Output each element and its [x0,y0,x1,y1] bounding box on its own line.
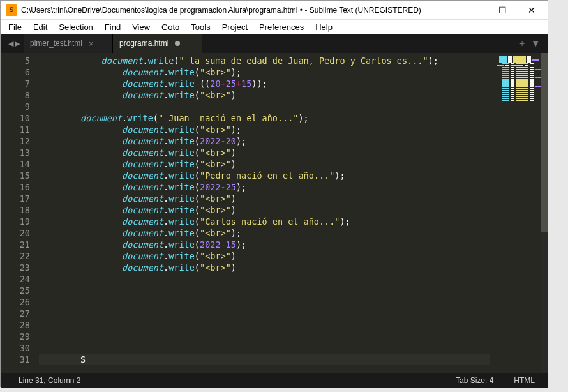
code-line[interactable] [39,331,490,342]
minimap[interactable] [490,53,548,373]
tab-dropdown-icon[interactable]: ▼ [531,38,540,49]
line-number[interactable]: 12 [1,135,30,147]
code-line[interactable]: document.write("<br>") [39,158,490,170]
code-line[interactable]: document.write("Pedro nació en el año...… [39,170,490,181]
line-number[interactable]: 21 [1,239,30,250]
code-line[interactable] [39,319,490,331]
tab-programa[interactable]: programa.html [113,34,202,53]
tab-next-icon[interactable]: ▶ [15,40,20,48]
window-title: C:\Users\trini\OneDrive\Documentos\logic… [21,6,458,15]
line-number[interactable]: 14 [1,158,30,170]
status-syntax[interactable]: HTML [506,376,542,385]
tabbar: ◀ ▶ pimer_test.html × programa.html + ▼ [1,34,548,53]
titlebar[interactable]: S C:\Users\trini\OneDrive\Documentos\log… [1,1,548,20]
code-area[interactable]: document.write(" la suma de edad de Juan… [39,53,490,373]
code-line[interactable] [39,101,490,112]
tab-nav: ◀ ▶ [4,34,24,53]
menu-preferences[interactable]: Preferences [254,21,309,33]
code-line[interactable] [39,273,490,285]
line-number[interactable]: 17 [1,193,30,204]
code-line[interactable]: document.write("<br>") [39,262,490,273]
code-line[interactable]: document.write("<br>") [39,193,490,204]
status-tabsize[interactable]: Tab Size: 4 [448,376,501,385]
line-number[interactable]: 7 [1,78,30,89]
line-number[interactable]: 13 [1,147,30,158]
line-number[interactable]: 24 [1,273,30,285]
tab-label: pimer_test.html [30,39,82,48]
code-line[interactable] [39,296,490,308]
tab-label: programa.html [119,39,168,48]
minimize-button[interactable]: — [458,1,488,20]
tab-prev-icon[interactable]: ◀ [8,40,13,48]
line-number[interactable]: 26 [1,296,30,308]
statusbar: Line 31, Column 2 Tab Size: 4 HTML [1,373,548,388]
code-line[interactable]: document.write("<br>") [39,147,490,158]
close-button[interactable]: ✕ [517,1,546,20]
code-line[interactable]: document.write("Carlos nació en el año..… [39,216,490,227]
sublime-window: S C:\Users\trini\OneDrive\Documentos\log… [0,0,548,387]
menu-file[interactable]: File [3,21,27,33]
dirty-indicator-icon[interactable] [175,41,180,46]
line-number[interactable]: 30 [1,342,30,354]
line-number[interactable]: 16 [1,181,30,193]
line-number[interactable]: 20 [1,227,30,239]
code-line[interactable]: document.write("<br>"); [39,66,490,78]
line-number[interactable]: 28 [1,319,30,331]
code-line[interactable]: document.write(2022-20); [39,135,490,147]
gutter[interactable]: 5678910111213141516171819202122232425262… [1,53,39,373]
app-icon: S [6,4,17,16]
add-tab-icon[interactable]: + [519,38,525,49]
menu-selection[interactable]: Selection [54,21,98,33]
menu-goto[interactable]: Goto [156,21,184,33]
code-line[interactable]: document.write("<br>"); [39,227,490,239]
line-number[interactable]: 6 [1,66,30,78]
editor[interactable]: 5678910111213141516171819202122232425262… [1,53,548,373]
code-line[interactable]: document.write ((20+25+15)); [39,78,490,89]
menu-edit[interactable]: Edit [28,21,52,33]
line-number[interactable]: 8 [1,89,30,101]
line-number[interactable]: 10 [1,112,30,124]
menu-tools[interactable]: Tools [186,21,215,33]
menu-project[interactable]: Project [217,21,253,33]
window-controls: — ☐ ✕ [458,1,546,20]
code-line[interactable] [39,342,490,354]
line-number[interactable]: 23 [1,262,30,273]
line-number[interactable]: 31 [1,354,30,365]
code-line[interactable] [39,285,490,296]
line-number[interactable]: 29 [1,331,30,342]
maximize-button[interactable]: ☐ [488,1,517,20]
code-line[interactable]: document.write(" la suma de edad de Juan… [39,55,490,66]
close-icon[interactable]: × [89,39,94,49]
line-number[interactable]: 11 [1,124,30,135]
line-number[interactable]: 27 [1,308,30,319]
code-line[interactable]: document.write(" Juan nació en el año...… [39,112,490,124]
code-line[interactable]: document.write("<br>") [39,89,490,101]
line-number[interactable]: 15 [1,170,30,181]
code-line[interactable]: document.write("<br>") [39,250,490,262]
line-number[interactable]: 18 [1,204,30,216]
line-number[interactable]: 25 [1,285,30,296]
tab-pimer-test[interactable]: pimer_test.html × [24,34,113,53]
menu-help[interactable]: Help [310,21,338,33]
menubar: File Edit Selection Find View Goto Tools… [1,20,548,34]
code-line[interactable]: document.write("<br>"); [39,124,490,135]
code-line[interactable]: document.write(2022-15); [39,239,490,250]
code-line[interactable]: S [39,354,490,365]
menu-view[interactable]: View [127,21,155,33]
line-number[interactable]: 22 [1,250,30,262]
tab-actions: + ▼ [512,34,548,53]
status-panel-icon[interactable] [6,377,13,384]
menu-find[interactable]: Find [100,21,126,33]
scroll-thumb[interactable] [541,53,548,232]
line-number[interactable]: 19 [1,216,30,227]
status-position[interactable]: Line 31, Column 2 [19,376,80,385]
code-line[interactable] [39,308,490,319]
code-line[interactable]: document.write(2022-25); [39,181,490,193]
code-line[interactable]: document.write("<br>") [39,204,490,216]
line-number[interactable]: 9 [1,101,30,112]
line-number[interactable]: 5 [1,55,30,66]
scrollbar-vertical[interactable] [541,53,548,373]
